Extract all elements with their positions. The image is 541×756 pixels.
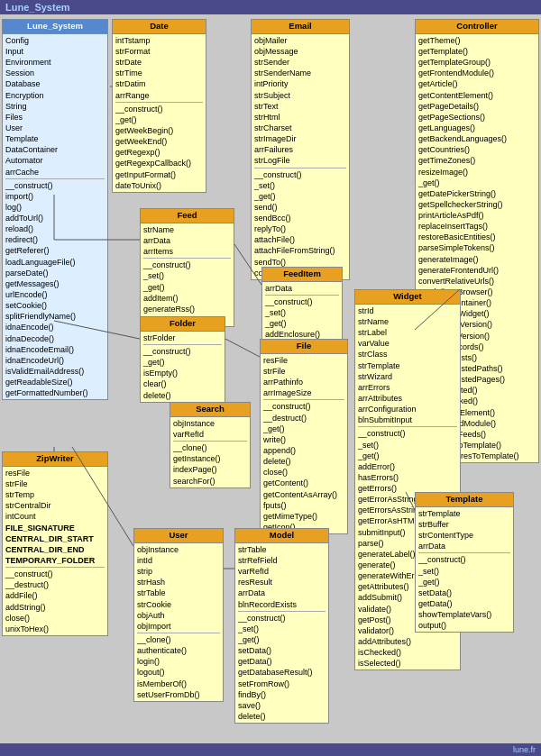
date-body: intTstampstrFormatstrDatestrTime strDati…	[113, 34, 206, 192]
header-title: Lune_System	[5, 2, 70, 13]
feeditem-body: arrData __construct()_set()_get() addEnc…	[262, 282, 342, 342]
template-body: strTemplatestrBufferstrContentTypearrDat…	[416, 507, 513, 633]
feed-title: Feed	[141, 209, 234, 223]
header-bar: Lune_System	[0, 0, 541, 14]
email-title: Email	[252, 20, 349, 34]
file-box: File resFilestrFilearrPathinfoarrImageSi…	[260, 339, 348, 534]
svg-line-5	[225, 339, 260, 357]
feed-box: Feed strNamearrDataarrItems __construct(…	[140, 208, 234, 327]
template-box: Template strTemplatestrBufferstrContentT…	[415, 492, 514, 633]
user-body: objInstanceintIdstripstrHash strTablestr…	[134, 543, 223, 701]
feeditem-title: FeedItem	[262, 268, 342, 282]
footer-bar: lune.fr	[0, 743, 541, 756]
email-body: objMailerobjMessagestrSender strSenderNa…	[252, 34, 349, 279]
file-body: resFilestrFilearrPathinfoarrImageSize __…	[261, 354, 347, 533]
model-box: Model strTablestrRefFieldvarRefId resRes…	[234, 528, 329, 724]
user-title: User	[134, 529, 223, 543]
user-box: User objInstanceintIdstripstrHash strTab…	[133, 528, 224, 702]
search-box: Search objInstancevarRefId __clone()getI…	[170, 402, 251, 488]
search-title: Search	[170, 403, 250, 417]
zipwriter-body: resFilestrFilestrTempstrCentralDir intCo…	[3, 467, 107, 635]
page-wrapper: Lune_System Lune_System ConfigInputEnvir…	[0, 0, 541, 756]
email-box: Email objMailerobjMessagestrSender strSe…	[251, 19, 350, 280]
file-title: File	[261, 340, 347, 354]
system-title: Lune_System	[3, 20, 107, 34]
feeditem-box: FeedItem arrData __construct()_set()_get…	[261, 267, 343, 342]
system-box: Lune_System ConfigInputEnvironmentSessio…	[2, 19, 108, 400]
template-title: Template	[416, 493, 513, 507]
widget-title: Widget	[355, 290, 460, 305]
feed-body: strNamearrDataarrItems __construct()_set…	[141, 223, 234, 326]
model-body: strTablestrRefFieldvarRefId resResultarr…	[235, 543, 328, 723]
model-title: Model	[235, 529, 328, 543]
date-title: Date	[113, 20, 206, 34]
folder-title: Folder	[141, 317, 225, 332]
folder-box: Folder strFolder __construct()_get()isEm…	[140, 316, 225, 403]
date-box: Date intTstampstrFormatstrDatestrTime st…	[112, 19, 206, 193]
system-body: ConfigInputEnvironmentSession DatabaseEn…	[3, 34, 107, 400]
search-body: objInstancevarRefId __clone()getInstance…	[170, 417, 250, 487]
zipwriter-box: ZipWriter resFilestrFilestrTempstrCentra…	[2, 451, 108, 636]
footer-text: lune.fr	[513, 745, 536, 754]
zipwriter-title: ZipWriter	[3, 452, 107, 467]
diagram-area: Lune_System ConfigInputEnvironmentSessio…	[0, 14, 541, 749]
folder-body: strFolder __construct()_get()isEmpty() c…	[141, 332, 225, 402]
controller-title: Controller	[416, 20, 538, 34]
